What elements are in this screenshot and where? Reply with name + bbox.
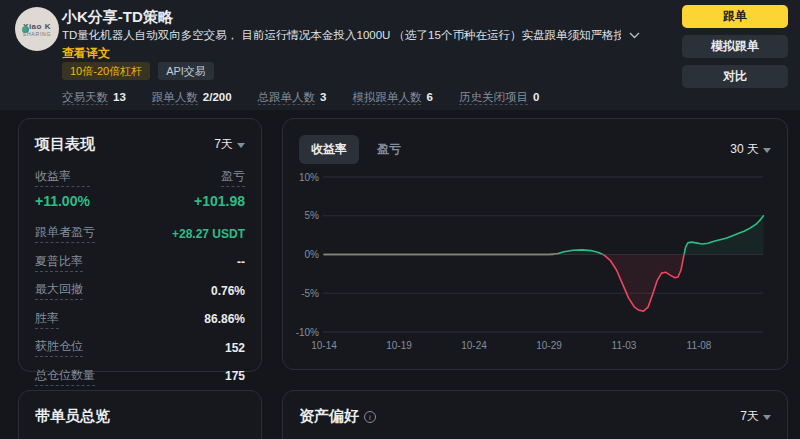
performance-row-value: +28.27 USDT [172,227,245,241]
performance-row: 获胜仓位152 [35,338,245,357]
asset-range-select[interactable]: 7天 [740,408,771,425]
globe-icon [22,26,29,33]
stat-label: 跟单人数 [152,91,198,105]
performance-row-value: 0.76% [211,284,245,298]
chevron-down-icon[interactable] [629,32,640,39]
roi-block: 收益率 +11.00% [35,168,90,209]
roi-label: 收益率 [35,168,90,187]
x-axis-tick: 11-08 [687,340,712,351]
chart-range-value: 30 天 [730,141,759,158]
caret-down-icon [763,415,771,420]
performance-row-value: 175 [225,369,245,383]
stat-item: 跟单人数2/200 [152,90,232,105]
copy-trade-button[interactable]: 跟单 [682,5,788,28]
header: Xiao K SHARING 小K分享-TD策略 TD量化机器人自动双向多空交易… [0,0,800,110]
compare-button[interactable]: 对比 [682,65,788,88]
api-trading-tag: API交易 [158,62,214,80]
stat-label: 历史关闭项目 [459,91,528,105]
performance-summary: 收益率 +11.00% 盈亏 +101.98 [19,154,261,209]
pnl-block: 盈亏 +101.98 [194,168,245,209]
trader-overview-title: 带单员总览 [35,407,110,426]
trader-overview-panel: 带单员总览 [18,390,262,439]
performance-row-label: 夏普比率 [35,253,83,272]
y-axis-tick: -5% [301,288,319,299]
y-axis-tick: -10% [296,327,319,338]
performance-row: 跟单者盈亏+28.27 USDT [35,224,245,243]
x-axis-tick: 10-29 [536,340,562,351]
page-title: 小K分享-TD策略 [62,8,173,27]
caret-down-icon [763,148,771,153]
asset-preference-panel: 资产偏好 i 7天 [282,390,788,439]
performance-row: 最大回撤0.76% [35,281,245,300]
stats-row: 交易天数13跟单人数2/200总跟单人数3模拟跟单人数6历史关闭项目0 [62,90,539,105]
chart-tabs: 收益率 盈亏 [299,135,413,164]
chart-panel: 10%5%0%-5%-10%10-1410-1910-2410-2911-031… [282,118,788,370]
stat-item: 总跟单人数3 [258,90,327,105]
chart-range-select[interactable]: 30 天 [730,141,771,158]
asset-preference-title-wrap: 资产偏好 i [299,407,376,426]
performance-title: 项目表现 [35,135,95,154]
asset-range-value: 7天 [740,408,759,425]
action-buttons: 跟单 模拟跟单 对比 [682,5,788,88]
tab-pnl[interactable]: 盈亏 [365,135,413,164]
performance-panel: 项目表现 7天 收益率 +11.00% 盈亏 +101.98 跟单者盈亏+28.… [18,118,262,372]
performance-row-value: 86.86% [204,312,245,326]
roi-value: +11.00% [35,193,90,209]
x-axis-tick: 10-24 [461,340,487,351]
stat-label: 模拟跟单人数 [352,91,421,105]
stat-label: 交易天数 [62,91,108,105]
y-axis-tick: 10% [299,172,319,183]
copy-trading-page: Xiao K SHARING 小K分享-TD策略 TD量化机器人自动双向多空交易… [0,0,800,439]
stat-label: 总跟单人数 [258,91,316,105]
stat-value: 13 [113,91,126,103]
y-axis-tick: 0% [305,249,320,260]
stat-value: 2/200 [203,91,232,103]
asset-preference-title: 资产偏好 [299,407,359,426]
performance-row: 夏普比率-- [35,253,245,272]
trader-overview-head: 带单员总览 [19,391,261,426]
performance-row-value: -- [237,255,245,269]
caret-down-icon [237,143,245,148]
info-icon[interactable]: i [364,411,376,423]
asset-preference-head: 资产偏好 i 7天 [283,391,787,426]
avatar: Xiao K SHARING [15,7,59,51]
stat-value: 3 [320,91,326,103]
mock-copy-button[interactable]: 模拟跟单 [682,35,788,58]
stat-value: 6 [426,91,432,103]
x-axis-tick: 10-14 [311,340,337,351]
performance-range-value: 7天 [214,136,233,153]
pnl-label: 盈亏 [221,168,245,187]
tab-roi[interactable]: 收益率 [299,135,359,164]
performance-row: 总仓位数量175 [35,367,245,386]
stat-value: 0 [533,91,539,103]
tags-row: 10倍-20倍杠杆 API交易 [62,62,214,80]
leverage-tag: 10倍-20倍杠杆 [62,62,150,80]
strategy-description: TD量化机器人自动双向多空交易， 目前运行情况本金投入1000U （选了15个币… [62,28,621,43]
performance-rows: 跟单者盈亏+28.27 USDT夏普比率--最大回撤0.76%胜率86.86%获… [19,209,261,386]
performance-row-label: 总仓位数量 [35,367,95,386]
x-axis-tick: 10-19 [386,340,412,351]
performance-row-label: 最大回撤 [35,281,83,300]
pnl-value: +101.98 [194,193,245,209]
strategy-description-row: TD量化机器人自动双向多空交易， 目前运行情况本金投入1000U （选了15个币… [62,28,640,43]
performance-range-select[interactable]: 7天 [214,136,245,153]
x-axis-tick: 11-03 [612,340,637,351]
chart-panel-head: 收益率 盈亏 30 天 [283,119,787,164]
stat-item: 交易天数13 [62,90,126,105]
y-axis-tick: 5% [305,210,320,221]
performance-row-value: 152 [225,341,245,355]
performance-row: 胜率86.86% [35,310,245,329]
stat-item: 模拟跟单人数6 [352,90,432,105]
translate-link[interactable]: 查看译文 [62,45,110,62]
performance-row-label: 跟单者盈亏 [35,224,95,243]
performance-row-label: 胜率 [35,310,59,329]
performance-row-label: 获胜仓位 [35,338,83,357]
performance-panel-head: 项目表现 7天 [19,119,261,154]
stat-item: 历史关闭项目0 [459,90,539,105]
